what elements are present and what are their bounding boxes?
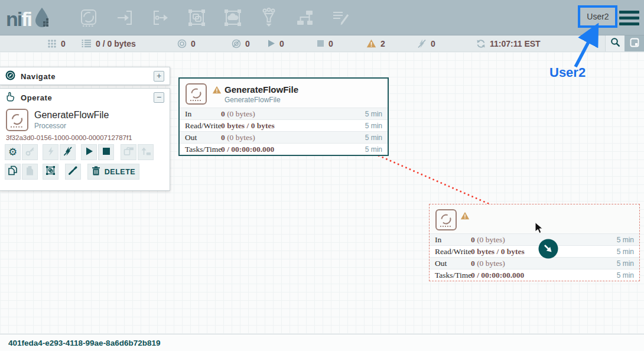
processor-name: GenerateFlowFile <box>225 84 298 95</box>
running-count: 0 <box>279 39 284 48</box>
template-upload-icon <box>141 147 151 158</box>
paste-button[interactable] <box>22 164 38 180</box>
status-bar: 0 0 / 0 bytes 0 0 0 0 2 0 <box>0 35 644 52</box>
queued-count: 0 / 0 bytes <box>96 39 136 48</box>
logo-fi: fi <box>21 8 31 30</box>
processor-icon[interactable] <box>79 8 99 28</box>
save-template-button[interactable] <box>121 144 136 160</box>
disable-button[interactable] <box>60 144 76 160</box>
start-button[interactable] <box>81 144 97 160</box>
component-toolbar <box>79 8 351 28</box>
queued-status: 0 / 0 bytes <box>82 35 136 51</box>
bottom-bar: 401feda4-e293-4118-99ae-8a6d6b72b819 <box>0 334 644 351</box>
play-icon <box>84 147 94 158</box>
disabled-icon <box>417 39 427 48</box>
nifi-drop-icon <box>33 6 51 32</box>
template-icon[interactable] <box>295 8 315 28</box>
processor-ghost[interactable]: In0 (0 bytes)5 min Read/Write0 bytes / 0… <box>429 204 640 281</box>
refresh-time: 11:07:11 EST <box>490 39 541 48</box>
group-selection-icon <box>45 165 56 178</box>
settings-panel-icon <box>630 38 639 50</box>
logo-ni: ni <box>6 8 21 30</box>
access-policies-button[interactable] <box>22 144 38 160</box>
settings-panel-button[interactable] <box>625 35 644 51</box>
selected-component-type: Processor <box>34 122 66 130</box>
queued-list-icon <box>82 39 92 48</box>
upload-template-button[interactable] <box>138 144 154 160</box>
lightning-icon <box>46 147 56 158</box>
funnel-icon[interactable] <box>259 8 279 28</box>
processor-stats: In0 (0 bytes)5 min Read/Write0 bytes / 0… <box>430 233 639 281</box>
flow-canvas[interactable]: Navigate + Operate − GenerateFlowFile Pr… <box>0 52 644 334</box>
copy-button[interactable] <box>5 164 21 180</box>
not-transmitting-status: 0 <box>232 35 250 51</box>
remote-process-group-icon[interactable] <box>223 8 243 28</box>
refresh-icon[interactable] <box>476 39 486 48</box>
delete-button[interactable]: DELETE <box>87 164 139 180</box>
warning-count: 2 <box>380 39 385 48</box>
output-port-icon[interactable] <box>151 8 171 28</box>
selected-component-id: 3f32a3d0-0156-1000-0000-0000712787f1 <box>6 134 132 141</box>
selected-component-name: GenerateFlowFile <box>34 110 109 121</box>
mouse-cursor <box>535 222 544 236</box>
not-transmitting-count: 0 <box>245 39 250 48</box>
input-port-icon[interactable] <box>115 8 135 28</box>
stop-icon <box>102 147 111 158</box>
top-toolbar: nifi <box>0 0 644 35</box>
current-user-button[interactable]: User2 <box>581 8 615 25</box>
process-group-id: 401feda4-e293-4118-99ae-8a6d6b72b819 <box>0 339 160 347</box>
nifi-logo-text: nifi <box>6 8 31 31</box>
group-button[interactable] <box>43 164 58 180</box>
warning-icon <box>366 39 376 48</box>
paste-icon <box>25 165 35 178</box>
trash-icon <box>92 166 100 178</box>
stop-button[interactable] <box>98 144 114 160</box>
invalid-status: 2 <box>366 35 385 51</box>
refresh-status[interactable]: 11:07:11 EST <box>476 35 541 51</box>
processor-stamp-icon <box>435 209 457 230</box>
transmitting-icon <box>177 39 187 48</box>
not-transmitting-icon <box>232 39 241 48</box>
stopped-count: 0 <box>328 39 333 48</box>
stopped-icon <box>317 40 324 47</box>
compass-icon <box>5 70 15 83</box>
operate-title: Operate <box>21 93 148 102</box>
transmitting-count: 0 <box>191 39 196 48</box>
label-icon[interactable] <box>331 8 351 28</box>
hamburger-menu-icon[interactable] <box>619 11 639 25</box>
transmitting-status: 0 <box>177 35 196 51</box>
drop-indicator-icon <box>538 239 558 261</box>
lightning-slash-icon <box>63 147 73 158</box>
stat-row-out: Out0 (0 bytes)5 min <box>430 257 639 269</box>
navigate-panel: Navigate + <box>0 67 170 85</box>
warning-icon <box>460 212 470 222</box>
nifi-app: nifi <box>0 0 644 351</box>
expand-navigate-button[interactable]: + <box>154 71 164 82</box>
processor-stamp-icon <box>186 83 207 105</box>
stat-row-tasks: Tasks/Time0 / 00:00:00.0005 min <box>430 269 639 281</box>
disabled-status: 0 <box>417 35 435 51</box>
search-button[interactable] <box>605 35 625 51</box>
hamburger-bar <box>619 17 639 20</box>
stat-row-readwrite: Read/Write0 bytes / 0 bytes5 min <box>180 119 388 131</box>
copy-icon <box>8 165 18 178</box>
collapse-operate-button[interactable]: − <box>154 92 164 103</box>
hamburger-bar <box>619 11 639 14</box>
navigate-title: Navigate <box>21 72 148 81</box>
enable-button[interactable] <box>43 144 58 160</box>
nifi-logo: nifi <box>6 6 51 32</box>
active-threads-status: 0 <box>47 35 66 51</box>
process-group-icon[interactable] <box>187 8 207 28</box>
stopped-status: 0 <box>317 35 333 51</box>
configure-button[interactable]: ⚙ <box>5 144 21 160</box>
processor-stats: In0 (0 bytes)5 min Read/Write0 bytes / 0… <box>180 108 388 155</box>
active-threads-icon <box>47 39 57 48</box>
processor-type: GenerateFlowFile <box>225 96 281 104</box>
running-status: 0 <box>267 35 284 51</box>
color-button[interactable] <box>65 164 81 180</box>
warning-icon <box>212 86 222 96</box>
template-save-icon <box>123 147 134 158</box>
processor-generateflowfile[interactable]: GenerateFlowFile GenerateFlowFile In0 (0… <box>178 77 389 156</box>
operate-panel: Operate − GenerateFlowFile Processor 3f3… <box>0 88 170 191</box>
processor-stamp-icon <box>6 109 28 131</box>
